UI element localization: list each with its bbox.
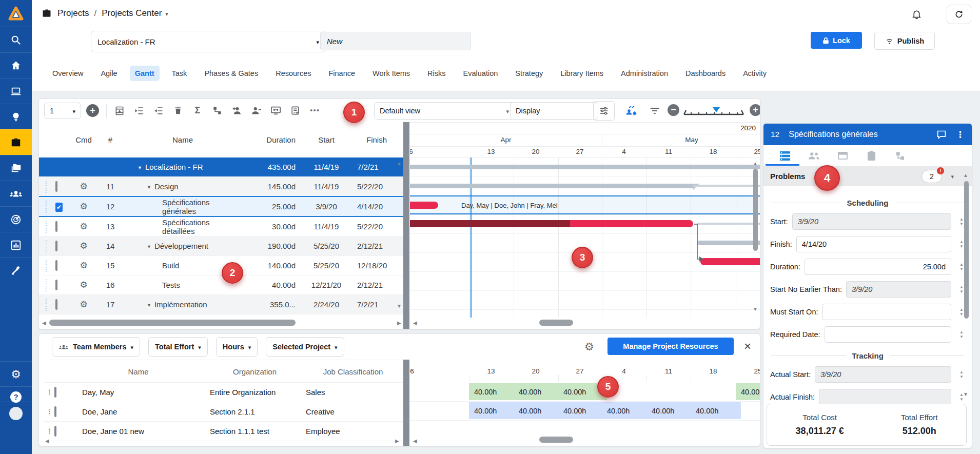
lock-button[interactable]: Lock: [811, 32, 862, 49]
drag-handle-icon[interactable]: [44, 408, 54, 416]
tab-task[interactable]: Task: [167, 66, 192, 81]
row-checkbox[interactable]: [55, 181, 57, 192]
row-checkbox[interactable]: [54, 426, 56, 437]
insert-task-button[interactable]: [111, 103, 128, 119]
app-logo[interactable]: [0, 0, 32, 27]
sidebar-item-workspace[interactable]: [0, 78, 32, 104]
resources-settings-icon[interactable]: [584, 341, 594, 353]
finish-input[interactable]: 4/14/20: [796, 236, 951, 252]
row-count-select[interactable]: 1: [44, 103, 81, 119]
panel-scroll-up[interactable]: [963, 172, 968, 178]
actual-finish-input[interactable]: [819, 389, 951, 405]
link-tasks-button[interactable]: [208, 103, 226, 119]
notifications-button[interactable]: [911, 9, 922, 19]
tab-administration[interactable]: Administration: [616, 66, 673, 81]
col-start[interactable]: Start: [303, 135, 350, 144]
sidebar-item-projects[interactable]: [0, 129, 32, 155]
tab-evaluation[interactable]: Evaluation: [458, 66, 503, 81]
row-checkbox[interactable]: [54, 406, 56, 417]
row-checkbox[interactable]: [54, 387, 56, 398]
row-checkbox[interactable]: [55, 299, 57, 310]
table-scroll-down[interactable]: [397, 303, 402, 309]
hours-dropdown[interactable]: Hours: [216, 337, 258, 357]
drag-handle-icon[interactable]: [39, 259, 52, 273]
scroll-left-icon[interactable]: [413, 438, 417, 444]
task-checklist-button[interactable]: [286, 103, 304, 119]
tab-resources[interactable]: Resources: [270, 66, 316, 81]
filter-button[interactable]: [646, 103, 663, 119]
collapse-icon[interactable]: [147, 182, 154, 191]
col-name[interactable]: Name: [70, 367, 207, 376]
publish-button[interactable]: Publish: [874, 32, 935, 50]
row-gear-icon[interactable]: [70, 299, 97, 310]
table-row-12-selected[interactable]: 12 Spécifications générales 25.00d 3/9/2…: [39, 196, 403, 217]
start-input[interactable]: 3/9/20: [792, 213, 951, 230]
tab-phases-gates[interactable]: Phases & Gates: [199, 66, 263, 81]
zoom-in-button[interactable]: [750, 104, 760, 116]
sidebar-item-reports[interactable]: [0, 232, 32, 258]
gantt-bar-dev-summary[interactable]: [698, 241, 760, 245]
table-row-16[interactable]: 16 Tests 40.00d 12/21/20 2/12/21: [39, 275, 403, 295]
row-gear-icon[interactable]: [70, 280, 97, 290]
add-row-button[interactable]: +: [86, 104, 99, 117]
effort-cell[interactable]: 40.00h: [558, 402, 608, 419]
panel-tab-dependencies[interactable]: [886, 151, 914, 161]
tab-finance[interactable]: Finance: [323, 66, 360, 81]
panel-tab-card[interactable]: [828, 151, 857, 161]
panel-tab-notes[interactable]: [857, 150, 886, 161]
actual-start-input[interactable]: 3/9/20: [815, 366, 951, 383]
required-date-input[interactable]: [825, 326, 951, 343]
table-hscrollbar[interactable]: [39, 318, 403, 328]
stepper-icon[interactable]: ▲▼: [959, 285, 964, 294]
gantt-bar-task-12[interactable]: [410, 202, 438, 209]
effort-cell[interactable]: 40.00h: [736, 383, 760, 400]
chart-hscrollbar[interactable]: [410, 318, 760, 328]
manage-resources-button[interactable]: Manage Project Resources: [607, 338, 734, 355]
drag-handle-icon[interactable]: [44, 388, 54, 396]
problems-badge[interactable]: 2 !: [922, 170, 942, 183]
stepper-icon[interactable]: ▲▼: [959, 240, 964, 249]
scroll-left-icon[interactable]: [42, 320, 46, 326]
scroll-right-icon[interactable]: [397, 320, 401, 326]
breadcrumb-section[interactable]: Projects: [57, 8, 89, 18]
scroll-thumb[interactable]: [49, 320, 296, 326]
drag-handle-icon[interactable]: [39, 200, 52, 214]
tab-library-items[interactable]: Library Items: [555, 66, 609, 81]
close-panel-icon[interactable]: [744, 339, 751, 353]
row-gear-icon[interactable]: [70, 181, 97, 192]
tab-strategy[interactable]: Strategy: [510, 66, 548, 81]
sidebar-item-search[interactable]: [0, 27, 32, 52]
drag-handle-icon[interactable]: [39, 220, 52, 234]
collapse-icon[interactable]: [147, 300, 154, 309]
zoom-out-button[interactable]: [668, 104, 679, 116]
indent-task-button[interactable]: [130, 103, 148, 119]
collapse-icon[interactable]: [147, 242, 154, 250]
effort-cell[interactable]: 40.00h: [514, 402, 564, 419]
col-cmd[interactable]: Cmd: [70, 135, 97, 144]
panel-tab-details[interactable]: [771, 150, 799, 162]
refresh-button[interactable]: [947, 5, 971, 24]
table-chart-splitter[interactable]: [403, 122, 409, 329]
table-row-14[interactable]: 14 Développement 190.00d 5/25/20 2/12/21: [39, 236, 403, 256]
comment-bubble-icon[interactable]: [936, 130, 947, 139]
duration-input[interactable]: 25.00d: [805, 259, 951, 275]
row-gear-icon[interactable]: [70, 201, 97, 212]
effort-cell[interactable]: 40.00h: [691, 402, 742, 419]
row-checkbox[interactable]: [55, 280, 57, 290]
sidebar-user-avatar[interactable]: [0, 402, 32, 425]
table-row-17[interactable]: 17 Implémentation 355.0... 2/24/20 7/2/2…: [39, 295, 403, 314]
scroll-right-icon[interactable]: [395, 438, 399, 444]
breadcrumb-page-menu[interactable]: Projects Center: [102, 8, 168, 18]
resource-settings-button[interactable]: [623, 103, 640, 119]
sidebar-item-resources[interactable]: [0, 181, 32, 206]
summary-task-button[interactable]: [189, 103, 206, 119]
effort-cell[interactable]: 40.00h: [469, 402, 520, 419]
chart-scroll-thumb[interactable]: [753, 169, 758, 251]
table-row-13[interactable]: 13 Spécifications détaillées 30.00d 11/4…: [39, 217, 403, 236]
fit-screen-button[interactable]: [267, 103, 284, 119]
project-selector[interactable]: Localization - FR: [91, 31, 326, 52]
tab-gantt[interactable]: Gantt: [130, 66, 160, 81]
sidebar-item-settings[interactable]: [0, 361, 32, 387]
gantt-bar-design-summary[interactable]: [410, 184, 693, 188]
table-row-project[interactable]: Localization - FR 435.00d 11/4/19 7/2/21: [39, 157, 403, 177]
